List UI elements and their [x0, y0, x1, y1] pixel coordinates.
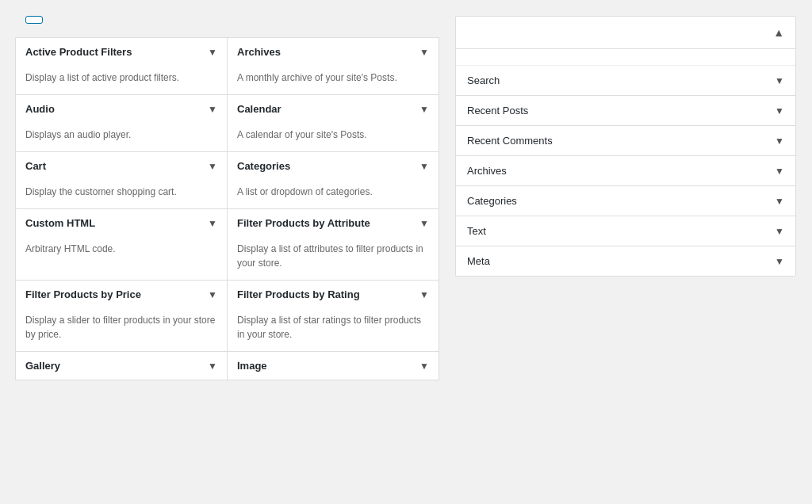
right-panel: ▲ Search▼Recent Posts▼Recent Comments▼Ar…: [455, 16, 796, 380]
widget-expand-icon: ▼: [208, 218, 217, 229]
widget-description: Arbitrary HTML code.: [16, 237, 227, 265]
widget-header[interactable]: Filter Products by Price▼: [16, 281, 227, 308]
widget-header[interactable]: Custom HTML▼: [16, 209, 227, 237]
widget-header[interactable]: Image▼: [228, 352, 439, 380]
manage-live-preview-button[interactable]: [25, 16, 43, 24]
footer-widget-item[interactable]: Recent Posts▼: [456, 96, 795, 126]
footer-description: [456, 49, 795, 66]
widget-name: Image: [237, 360, 267, 372]
footer-widget-expand-icon: ▼: [775, 75, 784, 86]
footer-widget-name: Text: [467, 225, 486, 237]
widget-expand-icon: ▼: [419, 47, 429, 58]
widget-expand-icon: ▼: [419, 104, 429, 115]
footer-widget-item[interactable]: Meta▼: [456, 246, 795, 276]
widget-expand-icon: ▼: [208, 289, 217, 300]
widget-item: Categories▼A list or dropdown of categor…: [227, 151, 439, 209]
footer-widget-name: Search: [467, 74, 500, 86]
footer-widget-name: Meta: [467, 255, 490, 267]
widget-header[interactable]: Filter Products by Attribute▼: [228, 209, 439, 237]
footer-widget-item[interactable]: Search▼: [456, 66, 795, 96]
widget-item: Cart▼Display the customer shopping cart.: [15, 151, 228, 209]
widget-name: Calendar: [237, 103, 282, 115]
footer-widget-expand-icon: ▼: [775, 136, 784, 147]
widget-name: Gallery: [25, 360, 60, 372]
widget-description: Display a list of attributes to filter p…: [228, 237, 439, 280]
widget-description: Display the customer shopping cart.: [16, 180, 227, 208]
footer-header[interactable]: ▲: [456, 17, 795, 49]
widget-name: Filter Products by Attribute: [237, 217, 370, 229]
widget-expand-icon: ▼: [208, 161, 217, 172]
widget-expand-icon: ▼: [208, 361, 217, 372]
footer-widget-name: Archives: [467, 165, 507, 177]
widget-name: Filter Products by Rating: [237, 288, 360, 300]
widget-header[interactable]: Audio▼: [16, 95, 227, 123]
widget-name: Filter Products by Price: [25, 288, 141, 300]
widget-item: Audio▼Displays an audio player.: [15, 94, 228, 152]
footer-widget-item[interactable]: Text▼: [456, 216, 795, 246]
left-panel: Active Product Filters▼Display a list of…: [16, 16, 439, 380]
widget-header[interactable]: Filter Products by Rating▼: [228, 281, 439, 308]
footer-widget-expand-icon: ▼: [775, 166, 784, 177]
widget-expand-icon: ▼: [419, 361, 429, 372]
widget-item: Filter Products by Price▼Display a slide…: [15, 280, 228, 352]
widget-description: A calendar of your site's Posts.: [228, 123, 439, 151]
widget-item: Archives▼A monthly archive of your site'…: [227, 37, 439, 95]
widget-expand-icon: ▼: [208, 104, 217, 115]
footer-widget-item[interactable]: Archives▼: [456, 156, 795, 186]
footer-box: ▲ Search▼Recent Posts▼Recent Comments▼Ar…: [455, 16, 796, 277]
footer-collapse-icon: ▲: [773, 26, 784, 39]
footer-widget-expand-icon: ▼: [775, 105, 784, 116]
footer-widget-expand-icon: ▼: [775, 226, 784, 237]
widget-expand-icon: ▼: [419, 218, 429, 229]
footer-widget-expand-icon: ▼: [775, 196, 784, 207]
widget-description: Display a list of active product filters…: [16, 66, 227, 94]
widget-expand-icon: ▼: [208, 47, 217, 58]
widgets-grid: Active Product Filters▼Display a list of…: [16, 38, 439, 380]
footer-widget-name: Categories: [467, 195, 517, 207]
footer-widget-item[interactable]: Categories▼: [456, 186, 795, 216]
widget-header[interactable]: Cart▼: [16, 152, 227, 180]
widget-item: Image▼: [227, 351, 439, 380]
footer-widget-item[interactable]: Recent Comments▼: [456, 126, 795, 156]
widget-item: Filter Products by Rating▼Display a list…: [227, 280, 439, 352]
page-header: [16, 16, 439, 24]
widget-header[interactable]: Active Product Filters▼: [16, 38, 227, 66]
widget-description: A monthly archive of your site's Posts.: [228, 66, 439, 94]
widget-header[interactable]: Calendar▼: [228, 95, 439, 123]
widget-header[interactable]: Archives▼: [228, 38, 439, 66]
widget-description: A list or dropdown of categories.: [228, 180, 439, 208]
widget-header[interactable]: Categories▼: [228, 152, 439, 180]
footer-widget-name: Recent Comments: [467, 135, 553, 147]
widget-item: Active Product Filters▼Display a list of…: [15, 37, 228, 95]
widget-name: Audio: [25, 103, 55, 115]
widget-name: Categories: [237, 160, 290, 172]
widget-expand-icon: ▼: [419, 289, 429, 300]
widget-item: Filter Products by Attribute▼Display a l…: [227, 208, 439, 281]
widget-name: Active Product Filters: [25, 46, 132, 58]
widget-item: Calendar▼A calendar of your site's Posts…: [227, 94, 439, 152]
widget-name: Archives: [237, 46, 281, 58]
widget-name: Custom HTML: [25, 217, 95, 229]
widget-expand-icon: ▼: [419, 161, 429, 172]
widget-description: Display a slider to filter products in y…: [16, 308, 227, 351]
widget-item: Gallery▼: [15, 351, 228, 380]
widget-item: Custom HTML▼Arbitrary HTML code.: [15, 208, 228, 281]
widget-description: Display a list of star ratings to filter…: [228, 308, 439, 351]
widget-header[interactable]: Gallery▼: [16, 352, 227, 380]
footer-widget-expand-icon: ▼: [775, 256, 784, 267]
footer-widget-name: Recent Posts: [467, 105, 528, 116]
widget-name: Cart: [25, 160, 46, 172]
widget-description: Displays an audio player.: [16, 123, 227, 151]
footer-widgets-list: Search▼Recent Posts▼Recent Comments▼Arch…: [456, 66, 795, 276]
